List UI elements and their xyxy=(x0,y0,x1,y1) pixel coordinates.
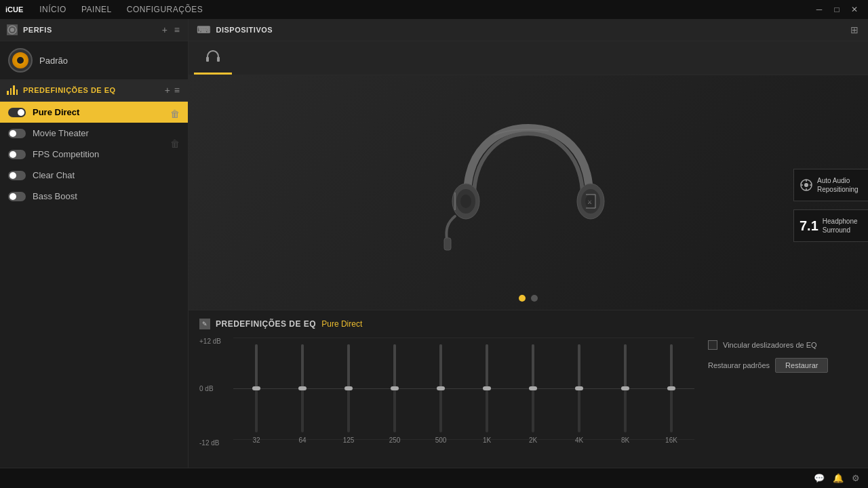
eq-slider-handle-4k[interactable] xyxy=(575,386,583,390)
eq-edit-button[interactable]: ✎ xyxy=(199,319,210,329)
eq-slider-track-8k[interactable] xyxy=(624,344,627,432)
eq-freq-label-8k: 8K xyxy=(621,436,629,444)
close-button[interactable]: ✕ xyxy=(846,1,863,18)
settings-icon[interactable]: ⚙ xyxy=(852,473,860,483)
app-logo: iCUE xyxy=(5,5,23,14)
auto-audio-repositioning-button[interactable]: Auto AudioRepositioning xyxy=(793,169,868,201)
eq-icon xyxy=(7,85,18,95)
eq-slider-track-1k[interactable] xyxy=(486,344,488,432)
eq-slider-track-32hz[interactable] xyxy=(255,344,258,432)
delete-preset-button-2[interactable]: 🗑 xyxy=(167,137,182,150)
eq-slider-handle-32hz[interactable] xyxy=(252,386,260,390)
preset-toggle-bass-boost[interactable] xyxy=(8,192,26,201)
eq-slider-handle-64hz[interactable] xyxy=(298,386,307,390)
eq-freq-label-16k: 16K xyxy=(665,436,677,444)
eq-slider-8k: 8K xyxy=(602,344,648,446)
eq-slider-handle-16k[interactable] xyxy=(667,386,675,390)
delete-preset-button-1[interactable]: 🗑 xyxy=(167,107,182,121)
eq-slider-2k: 2K xyxy=(510,344,556,446)
title-bar: iCUE INÍCIO PAINEL CONFIGURAÇÕES ─ □ ✕ xyxy=(0,0,868,19)
eq-db-top: +12 dB xyxy=(199,338,221,345)
surround-sound-button[interactable]: 7.1 HeadphoneSurround xyxy=(793,209,868,242)
eq-presets-section: PREDEFINIÇÕES DE EQ + ≡ 🗑 🗑 Pure Di xyxy=(0,79,188,468)
preset-toggle-fps-competition[interactable] xyxy=(8,150,26,159)
menu-painel[interactable]: PAINEL xyxy=(75,2,119,17)
menu-inicio[interactable]: INÍCIO xyxy=(33,2,73,17)
preset-toggle-clear-chat[interactable] xyxy=(8,171,26,180)
chat-icon[interactable]: 💬 xyxy=(814,473,825,483)
eq-freq-label-1k: 1K xyxy=(483,436,491,444)
eq-freq-label-250hz: 250 xyxy=(389,436,401,444)
eq-slider-track-64hz[interactable] xyxy=(301,344,304,432)
svg-rect-2 xyxy=(206,57,209,62)
preset-item-fps-competition[interactable]: FPS Competition xyxy=(0,144,188,165)
main-layout: PERFIS + ≡ Padrão xyxy=(0,19,868,468)
slide-dot-1[interactable] xyxy=(519,295,526,302)
link-sliders-checkbox[interactable] xyxy=(708,340,717,350)
preset-item-pure-direct[interactable]: Pure Direct xyxy=(0,102,188,123)
add-profile-button[interactable]: + xyxy=(161,24,169,35)
preset-item-bass-boost[interactable]: Bass Boost xyxy=(0,186,188,207)
eq-presets-title: PREDEFINIÇÕES DE EQ xyxy=(7,85,116,95)
headphone-visualization: ⚔ xyxy=(427,108,630,277)
status-bar: 💬 🔔 ⚙ xyxy=(0,468,868,488)
eq-slider-track-2k[interactable] xyxy=(532,344,534,432)
eq-presets-header: PREDEFINIÇÕES DE EQ + ≡ xyxy=(0,79,188,102)
eq-slider-handle-500hz[interactable] xyxy=(437,386,445,390)
eq-menu-button[interactable]: ≡ xyxy=(173,85,181,96)
eq-controls: +12 dB 0 dB -12 dB xyxy=(199,338,857,460)
eq-slider-track-16k[interactable] xyxy=(670,344,673,432)
eq-slider-track-500hz[interactable] xyxy=(439,344,442,432)
eq-slider-track-125hz[interactable] xyxy=(347,344,350,432)
profile-item[interactable]: Padrão xyxy=(0,41,188,79)
eq-freq-label-4k: 4K xyxy=(575,436,583,444)
eq-slider-handle-1k[interactable] xyxy=(483,386,491,390)
device-tab-headset[interactable] xyxy=(194,41,232,75)
slide-dot-2[interactable] xyxy=(531,295,538,302)
eq-slider-handle-250hz[interactable] xyxy=(391,386,399,390)
svg-text:⚔: ⚔ xyxy=(587,199,592,205)
eq-slider-500hz: 500 xyxy=(418,344,464,446)
eq-right-controls: Vincular deslizadores de EQ Restaurar pa… xyxy=(708,338,857,460)
preset-item-clear-chat[interactable]: Clear Chat xyxy=(0,165,188,186)
eq-freq-label-2k: 2K xyxy=(529,436,537,444)
restore-button[interactable]: Restaurar xyxy=(775,358,828,373)
eq-freq-label-500hz: 500 xyxy=(435,436,447,444)
eq-slider-track-4k[interactable] xyxy=(578,344,580,432)
avatar-inner xyxy=(12,52,28,68)
content-area: ⌨ DISPOSITIVOS ⊞ xyxy=(189,19,868,468)
eq-slider-handle-8k[interactable] xyxy=(621,386,629,390)
preset-label-pure-direct: Pure Direct xyxy=(33,107,79,117)
eq-freq-label-125hz: 125 xyxy=(343,436,355,444)
eq-slider-handle-125hz[interactable] xyxy=(344,386,353,390)
eq-slider-handle-2k[interactable] xyxy=(529,386,537,390)
preset-toggle-pure-direct[interactable] xyxy=(8,108,26,117)
eq-slider-4k: 4K xyxy=(556,344,602,446)
eq-slider-32hz: 32 xyxy=(233,344,279,446)
preset-label-clear-chat: Clear Chat xyxy=(33,170,75,180)
add-eq-preset-button[interactable]: + xyxy=(163,85,172,96)
svg-point-6 xyxy=(460,195,471,208)
eq-slider-64hz: 64 xyxy=(279,344,326,446)
maximize-button[interactable]: □ xyxy=(829,1,845,18)
surround-label: HeadphoneSurround xyxy=(823,217,858,235)
eq-bottom-title: PREDEFINIÇÕES DE EQ xyxy=(216,319,316,329)
profile-name: Padrão xyxy=(39,56,68,66)
eq-freq-label-64hz: 64 xyxy=(298,436,306,444)
preset-item-movie-theater[interactable]: Movie Theater xyxy=(0,123,188,144)
preset-toggle-movie-theater[interactable] xyxy=(8,129,26,138)
profiles-menu-button[interactable]: ≡ xyxy=(173,24,181,35)
minimize-button[interactable]: ─ xyxy=(811,1,827,18)
menu-configuracoes[interactable]: CONFIGURAÇÕES xyxy=(120,2,210,17)
eq-slider-1k: 1K xyxy=(464,344,510,446)
eq-freq-label-32hz: 32 xyxy=(252,436,260,444)
eq-slider-track-250hz[interactable] xyxy=(393,344,396,432)
devices-header: ⌨ DISPOSITIVOS ⊞ xyxy=(189,19,868,41)
devices-expand-button[interactable]: ⊞ xyxy=(849,24,860,35)
preset-list: Pure Direct Movie Theater FPS Competitio… xyxy=(0,102,188,468)
slide-indicators xyxy=(519,295,538,302)
eq-link-row: Vincular deslizadores de EQ xyxy=(708,340,857,350)
notification-icon[interactable]: 🔔 xyxy=(833,473,844,483)
preset-label-bass-boost: Bass Boost xyxy=(33,191,77,201)
profiles-actions: + ≡ xyxy=(161,24,181,35)
